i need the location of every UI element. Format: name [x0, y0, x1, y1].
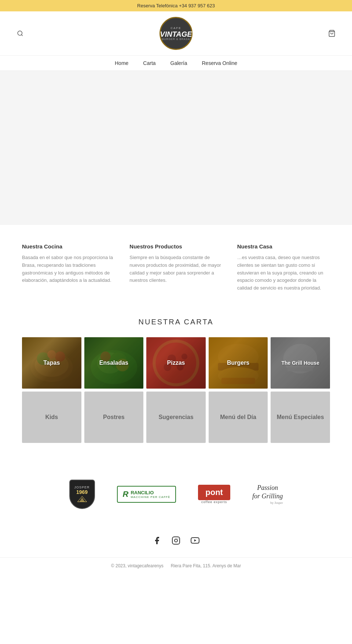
footer-copyright: © 2023, vintagecafearenys — [111, 563, 164, 568]
logo-sub: BURGER & BRASA — [162, 38, 190, 40]
footer-address: Riera Pare Fita, 115. Arenys de Mar — [171, 563, 241, 568]
carta-grillhouse[interactable]: The Grill House — [271, 337, 330, 389]
nav-reserva[interactable]: Reserva Online — [202, 60, 238, 66]
carta-pizzas[interactable]: Pizzas — [146, 337, 206, 389]
svg-rect-30 — [172, 537, 180, 544]
nav-carta[interactable]: Carta — [143, 60, 155, 66]
carta-sugerencias[interactable]: Sugerencias — [146, 392, 206, 443]
svg-rect-26 — [221, 378, 255, 384]
carta-kids-label: Kids — [45, 414, 58, 421]
svg-point-25 — [218, 367, 258, 384]
banner-text: Reserva Telefónica +34 937 957 623 — [137, 3, 215, 8]
search-icon[interactable] — [15, 28, 26, 39]
carta-ensaladas[interactable]: Ensaladas — [84, 337, 144, 389]
svg-point-8 — [47, 350, 56, 359]
carta-postres-label: Postres — [103, 414, 125, 421]
carta-menu-dia-label: Menú del Día — [220, 414, 256, 421]
feature-cocina: Nuestra Cocina Basada en el sabor que no… — [22, 243, 115, 292]
carta-burgers[interactable]: Burgers — [209, 337, 268, 389]
logo-vintage: VINTAGE — [160, 30, 192, 38]
feature-cocina-text: Basada en el sabor que nos proporciona l… — [22, 254, 115, 284]
svg-point-0 — [18, 31, 22, 35]
instagram-icon[interactable] — [170, 535, 182, 546]
footer: © 2023, vintagecafearenys Riera Pare Fit… — [0, 557, 352, 574]
nav-galeria[interactable]: Galería — [170, 60, 187, 66]
nav-home[interactable]: Home — [115, 60, 128, 66]
svg-point-21 — [182, 354, 187, 360]
carta-menu-especiales-label: Menú Especiales — [277, 414, 324, 421]
carta-row1: Tapas Ensaladas Pizzas — [22, 337, 330, 389]
carta-burgers-label: Burgers — [227, 360, 249, 366]
svg-rect-29 — [288, 367, 313, 372]
carta-row2: Kids Postres Sugerencias Menú del Día Me… — [22, 392, 330, 443]
sponsor-josper: JOSPER 1969 — [69, 480, 95, 509]
main-nav: Home Carta Galería Reserva Online — [0, 56, 352, 71]
sponsor-pont: pont coffee experts — [198, 485, 230, 504]
svg-point-32 — [178, 538, 179, 539]
carta-pizzas-label: Pizzas — [167, 360, 185, 366]
header: CAFE VINTAGE BURGER & BRASA — [0, 11, 352, 56]
top-banner: Reserva Telefónica +34 937 957 623 — [0, 0, 352, 11]
svg-point-31 — [175, 539, 177, 542]
feature-productos: Nuestros Productos Siempre en la búsqued… — [129, 243, 222, 292]
carta-tapas[interactable]: Tapas — [22, 337, 81, 389]
svg-point-28 — [283, 344, 317, 374]
svg-marker-33 — [194, 539, 197, 542]
logo-cafe: CAFE — [170, 26, 181, 30]
feature-casa-text: …es vuestra casa, deseo que nuestros cli… — [237, 254, 330, 292]
svg-point-10 — [91, 350, 137, 384]
cart-icon[interactable] — [326, 28, 337, 39]
site-logo[interactable]: CAFE VINTAGE BURGER & BRASA — [160, 17, 192, 50]
features-section: Nuestra Cocina Basada en el sabor que no… — [0, 225, 352, 310]
facebook-icon[interactable] — [151, 535, 163, 546]
youtube-icon[interactable] — [189, 535, 201, 546]
hero-section — [0, 71, 352, 225]
svg-line-1 — [21, 34, 22, 36]
feature-productos-text: Siempre en la búsqueda constante de nuev… — [129, 254, 222, 284]
sponsor-passion: Passionfor Grilling by Josper — [252, 484, 283, 505]
carta-menu-especiales[interactable]: Menú Especiales — [271, 392, 330, 443]
carta-tapas-label: Tapas — [43, 360, 60, 366]
carta-menu-dia[interactable]: Menú del Día — [209, 392, 268, 443]
feature-casa-title: Nuestra Casa — [237, 243, 330, 250]
carta-grillhouse-label: The Grill House — [281, 360, 319, 366]
carta-title: NUESTRA CARTA — [22, 318, 330, 326]
feature-cocina-title: Nuestra Cocina — [22, 243, 115, 250]
carta-kids[interactable]: Kids — [22, 392, 81, 443]
sponsor-rancilio: R RANCILIO MACCHINE PER CAFFÈ — [117, 486, 176, 503]
feature-casa: Nuestra Casa …es vuestra casa, deseo que… — [237, 243, 330, 292]
svg-point-4 — [30, 352, 73, 382]
sponsors-section: JOSPER 1969 R RANCILIO MACCHINE PER CAFF… — [0, 465, 352, 524]
feature-productos-title: Nuestros Productos — [129, 243, 222, 250]
carta-ensaladas-label: Ensaladas — [99, 360, 128, 366]
carta-postres[interactable]: Postres — [84, 392, 144, 443]
carta-sugerencias-label: Sugerencias — [158, 414, 193, 421]
carta-section: NUESTRA CARTA Tapas Ensaladas — [0, 310, 352, 465]
social-section — [0, 524, 352, 557]
